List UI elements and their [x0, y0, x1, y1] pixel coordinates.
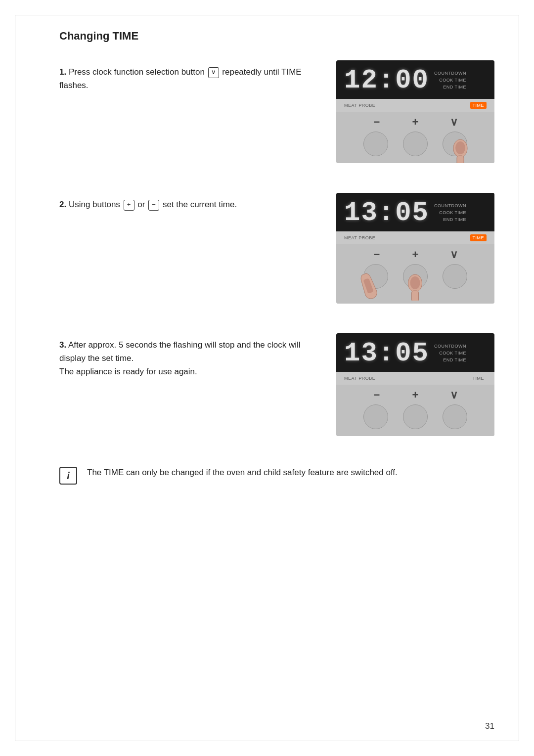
minus-button-3[interactable] [363, 404, 388, 429]
step-3-text: 3. After approx. 5 seconds the flashing … [59, 333, 316, 379]
minus-button-1[interactable] [363, 132, 388, 156]
plus-symbol-1: + [403, 116, 427, 129]
svg-rect-1 [457, 156, 464, 163]
meat-probe-label-2: MEAT PROBE [344, 235, 375, 240]
clock-panel-2: 13:05 COUNTDOWN COOK TIME END TIME MEAT … [336, 193, 494, 304]
clock-digits-1: 12:00 [344, 67, 429, 94]
meat-probe-label-1: MEAT PROBE [344, 103, 375, 108]
chevron-button-1[interactable] [443, 132, 467, 156]
step-1-number: 1. [59, 67, 66, 77]
end-time-label-1: END TIME [434, 85, 466, 90]
step-2-text: 2. Using buttons + or − set the current … [59, 193, 316, 211]
finger-icon-2b [402, 268, 429, 301]
page-number: 31 [485, 721, 494, 731]
clock-bottom-3: MEAT PROBE TIME [336, 372, 494, 385]
clock-labels-1: COUNTDOWN COOK TIME END TIME [434, 71, 466, 90]
step-1-image: 12:00 COUNTDOWN COOK TIME END TIME MEAT … [336, 60, 494, 163]
clock-digits-2: 13:05 [344, 200, 429, 226]
chevron-button-3[interactable] [443, 404, 467, 429]
controls-btns-3 [336, 402, 494, 436]
cook-time-label-2: COOK TIME [434, 210, 466, 216]
info-icon: i [59, 467, 77, 485]
chevron-symbol-1: ∨ [442, 116, 466, 129]
plus-button-2[interactable] [403, 264, 428, 289]
plus-button-inline: + [124, 200, 134, 211]
controls-btns-2 [336, 262, 494, 304]
clock-display-3: 13:05 COUNTDOWN COOK TIME END TIME [336, 333, 494, 372]
step-2-row: 2. Using buttons + or − set the current … [59, 193, 494, 304]
step-1-text: 1. Press clock function selection button… [59, 60, 316, 92]
time-label-3: TIME [470, 375, 487, 382]
step-3-row: 3. After approx. 5 seconds the flashing … [59, 333, 494, 436]
info-box: i The TIME can only be changed if the ov… [59, 466, 494, 485]
countdown-label-1: COUNTDOWN [434, 71, 466, 77]
minus-button-2[interactable] [363, 264, 388, 289]
chevron-button-2[interactable] [443, 264, 467, 289]
end-time-label-3: END TIME [434, 357, 466, 363]
chevron-symbol-3: ∨ [442, 389, 466, 401]
end-time-label-2: END TIME [434, 217, 466, 223]
cook-time-label-1: COOK TIME [434, 78, 466, 84]
clock-bottom-1: MEAT PROBE TIME [336, 99, 494, 112]
info-text: The TIME can only be changed if the oven… [87, 466, 398, 479]
minus-symbol-1: − [365, 116, 389, 129]
plus-button-1[interactable] [403, 132, 428, 156]
step-2-number: 2. [59, 200, 66, 209]
finger-icon-2a [349, 265, 389, 304]
controls-symbols-3: − + ∨ [336, 385, 494, 402]
section-title: Changing TIME [59, 30, 494, 43]
time-label-1: TIME [470, 102, 487, 109]
clock-panel-3: 13:05 COUNTDOWN COOK TIME END TIME MEAT … [336, 333, 494, 436]
step-1-row: 1. Press clock function selection button… [59, 60, 494, 163]
minus-button-inline: − [148, 200, 159, 211]
chevron-symbol-2: ∨ [442, 248, 466, 261]
clock-labels-2: COUNTDOWN COOK TIME END TIME [434, 203, 466, 222]
finger-icon-1 [447, 131, 474, 163]
clock-display-1: 12:00 COUNTDOWN COOK TIME END TIME [336, 60, 494, 99]
step-3-number: 3. [59, 340, 66, 350]
plus-button-3[interactable] [403, 404, 428, 429]
clock-digits-3: 13:05 [344, 340, 429, 367]
chevron-down-button-inline: ∨ [208, 67, 219, 78]
clock-display-2: 13:05 COUNTDOWN COOK TIME END TIME [336, 193, 494, 231]
step-3-image: 13:05 COUNTDOWN COOK TIME END TIME MEAT … [336, 333, 494, 436]
countdown-label-3: COUNTDOWN [434, 344, 466, 350]
controls-symbols-2: − + ∨ [336, 244, 494, 262]
countdown-label-2: COUNTDOWN [434, 203, 466, 209]
controls-symbols-1: − + ∨ [336, 112, 494, 130]
svg-point-2 [455, 141, 465, 154]
svg-rect-4 [412, 291, 419, 301]
time-label-2: TIME [470, 234, 487, 241]
svg-point-5 [410, 276, 420, 289]
controls-btns-1 [336, 130, 494, 163]
meat-probe-label-3: MEAT PROBE [344, 376, 375, 381]
clock-labels-3: COUNTDOWN COOK TIME END TIME [434, 344, 466, 363]
plus-symbol-2: + [403, 248, 427, 261]
minus-symbol-2: − [365, 248, 389, 261]
clock-bottom-2: MEAT PROBE TIME [336, 231, 494, 244]
clock-panel-1: 12:00 COUNTDOWN COOK TIME END TIME MEAT … [336, 60, 494, 163]
plus-symbol-3: + [403, 389, 427, 401]
minus-symbol-3: − [365, 389, 389, 401]
step-2-image: 13:05 COUNTDOWN COOK TIME END TIME MEAT … [336, 193, 494, 304]
cook-time-label-3: COOK TIME [434, 351, 466, 356]
